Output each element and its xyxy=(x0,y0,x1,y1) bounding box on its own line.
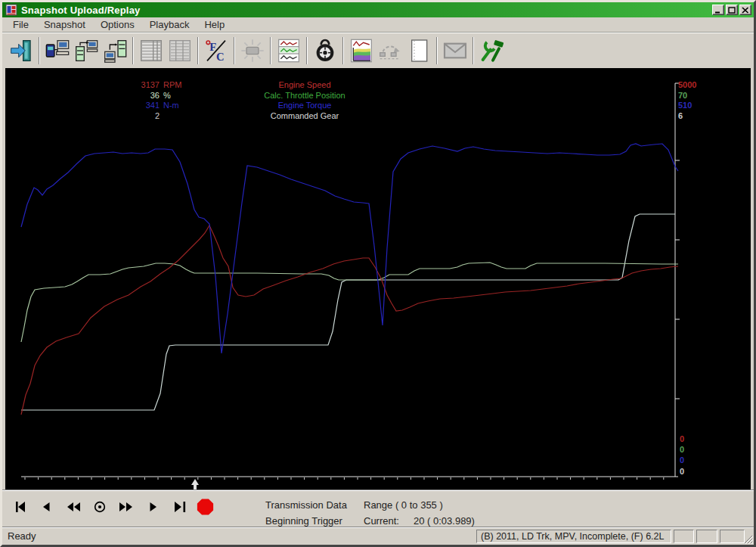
playback-panel: Transmission Data Range ( 0 to 355 ) Beg… xyxy=(2,490,754,527)
legend-label: Calc. Throttle Position xyxy=(225,91,385,101)
resize-grip[interactable] xyxy=(743,534,754,545)
toolbar-separator xyxy=(472,37,474,64)
status-bar: Ready (B) 2011, LD Trk, MPV, Incomplete,… xyxy=(2,527,754,545)
status-ready: Ready xyxy=(8,530,36,542)
toolbar-separator xyxy=(197,37,199,64)
color-graph-icon xyxy=(349,39,373,63)
exit-icon xyxy=(9,39,33,63)
replay-restart-button xyxy=(376,35,404,67)
status-panel-1 xyxy=(674,530,694,543)
menu-bar: FileSnapshotOptionsPlaybackHelp xyxy=(2,17,754,32)
step-forward-button[interactable] xyxy=(144,497,161,517)
playback-info: Transmission Data Range ( 0 to 355 ) Beg… xyxy=(265,497,475,529)
titlebar: Snapshot Upload/Replay xyxy=(2,2,754,17)
menu-item-file[interactable]: File xyxy=(5,18,36,31)
flash-status-button xyxy=(238,35,267,67)
record-button[interactable] xyxy=(91,497,108,517)
maximize-icon xyxy=(728,7,736,14)
record-icon xyxy=(92,499,107,514)
app-icon xyxy=(5,4,17,16)
menu-item-help[interactable]: Help xyxy=(197,18,232,31)
legend-value-row: 36% xyxy=(31,91,196,101)
status-panel-2 xyxy=(696,530,717,543)
step-back-icon xyxy=(39,499,54,514)
vehicle-info-panel: (B) 2011, LD Trk, MPV, Incomplete, (F) 6… xyxy=(476,530,671,543)
report-page-button[interactable] xyxy=(404,35,433,67)
graph-view-button[interactable] xyxy=(274,35,303,67)
current-value: 20 ( 0:03.989) xyxy=(414,515,475,527)
setup-tools-icon xyxy=(479,39,503,63)
close-icon xyxy=(742,7,749,14)
legend-labels: Engine SpeedCalc. Throttle PositionEngin… xyxy=(225,80,385,121)
legend-value-row: 341N-m xyxy=(31,101,196,111)
stop-button[interactable] xyxy=(197,497,214,517)
upload-device-button[interactable] xyxy=(43,35,72,67)
legend-value-row: 2 xyxy=(31,111,196,122)
skip-end-button[interactable] xyxy=(170,497,187,517)
step-back-button[interactable] xyxy=(38,497,55,517)
stop-icon xyxy=(197,497,214,517)
menu-item-playback[interactable]: Playback xyxy=(142,18,197,31)
legend-value-row: 3137RPM xyxy=(31,80,196,91)
legend-values: 3137RPM36%341N-m2 xyxy=(31,80,196,121)
trigger-label: Beginning Trigger xyxy=(265,515,364,527)
position-cursor[interactable] xyxy=(191,479,199,490)
resize-grip-icon xyxy=(743,534,754,545)
setup-tools-button[interactable] xyxy=(477,35,506,67)
upload-device-icon xyxy=(45,39,70,63)
skip-start-button[interactable] xyxy=(11,497,29,517)
range-label: Range ( 0 to 355 ) xyxy=(364,499,443,511)
legend-label: Commanded Gear xyxy=(225,111,385,122)
grid-view-2-icon xyxy=(168,39,192,63)
app-window: Snapshot Upload/Replay FileSnapshotOptio… xyxy=(0,0,756,547)
toolbar-separator xyxy=(39,37,40,64)
rewind-icon xyxy=(66,499,81,514)
toolbar-separator xyxy=(342,37,344,64)
menu-item-snapshot[interactable]: Snapshot xyxy=(36,18,93,31)
series-engine-torque xyxy=(21,144,678,353)
series-calc-throttle-position xyxy=(21,263,678,342)
chart-area[interactable]: 3137RPM36%341N-m2Engine SpeedCalc. Throt… xyxy=(5,68,751,490)
color-graph-button[interactable] xyxy=(347,35,376,67)
svg-text:C: C xyxy=(216,51,225,63)
status-panel-3 xyxy=(720,530,745,543)
grid-view-2-button xyxy=(166,35,194,67)
rewind-button[interactable] xyxy=(64,497,82,517)
toolbar-separator xyxy=(234,37,235,64)
series-engine-speed xyxy=(21,225,678,415)
step-forward-icon xyxy=(145,499,160,514)
skip-end-icon xyxy=(172,499,187,514)
legend-label: Engine Speed xyxy=(225,80,385,91)
maximize-button[interactable] xyxy=(726,5,738,15)
temp-units-button[interactable]: FC xyxy=(202,35,231,67)
email-icon xyxy=(443,39,467,63)
grid-view-button xyxy=(137,35,166,67)
series-commanded-gear xyxy=(21,214,675,410)
upload-network-button[interactable] xyxy=(72,35,101,67)
fast-forward-icon xyxy=(119,499,134,514)
upload-pc-button[interactable] xyxy=(101,35,129,67)
window-title: Snapshot Upload/Replay xyxy=(21,5,712,16)
toolbar-separator xyxy=(270,37,271,64)
toolbar-separator xyxy=(132,37,134,64)
security-lock-button[interactable] xyxy=(311,35,339,67)
grid-view-icon xyxy=(139,39,163,63)
menu-item-options[interactable]: Options xyxy=(93,18,142,31)
replay-restart-icon xyxy=(378,39,402,63)
legend-label: Engine Torque xyxy=(225,101,385,111)
graph-view-icon xyxy=(277,39,301,63)
fast-forward-button[interactable] xyxy=(117,497,135,517)
exit-button[interactable] xyxy=(7,35,36,67)
vcr-controls xyxy=(11,497,214,517)
skip-start-icon xyxy=(13,499,28,514)
security-lock-icon xyxy=(313,39,337,63)
minimize-button[interactable] xyxy=(712,5,724,15)
upload-network-icon xyxy=(74,39,98,63)
close-button[interactable] xyxy=(739,5,751,15)
data-type-label: Transmission Data xyxy=(265,499,364,511)
toolbar: FC xyxy=(2,32,754,68)
report-page-icon xyxy=(407,39,431,63)
flash-status-icon xyxy=(240,39,265,63)
temp-units-icon: FC xyxy=(204,39,228,63)
chart-canvas[interactable] xyxy=(5,68,751,490)
